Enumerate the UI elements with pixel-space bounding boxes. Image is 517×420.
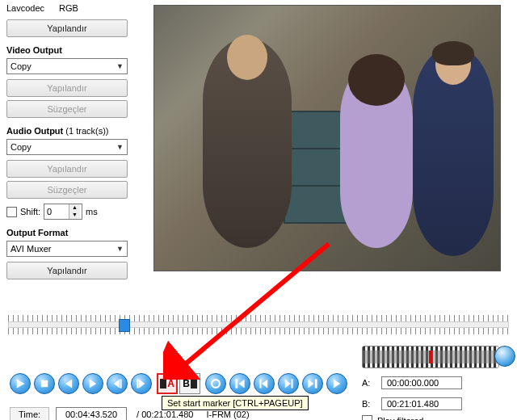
audio-shift-checkbox[interactable] <box>6 207 17 217</box>
set-marker-a-button[interactable]: A <box>157 373 178 394</box>
marker-b-label: B: <box>362 399 373 409</box>
video-codec-select[interactable]: Copy ▼ <box>6 58 128 74</box>
audio-shift-spinner[interactable]: ▲▼ <box>44 204 82 220</box>
svg-marker-3 <box>90 379 96 388</box>
prev-chunk-button[interactable] <box>58 373 79 394</box>
video-preview <box>153 5 501 271</box>
play-filtered-checkbox[interactable] <box>362 415 372 420</box>
audio-filters-button[interactable]: Süzgeçler <box>6 181 128 199</box>
output-configure-button[interactable]: Yapılandır <box>6 262 128 279</box>
svg-rect-9 <box>235 379 237 388</box>
colorspace-name: RGB <box>59 3 78 13</box>
preview-lens-button[interactable] <box>494 346 515 367</box>
video-filters-button[interactable]: Süzgeçler <box>6 100 128 118</box>
navigation-strip[interactable] <box>362 346 499 368</box>
spin-down-icon[interactable]: ▼ <box>69 212 80 219</box>
time-label: Time: <box>10 407 49 420</box>
next-chunk-button[interactable] <box>82 373 103 394</box>
svg-rect-12 <box>259 379 261 388</box>
chevron-down-icon: ▼ <box>116 62 124 70</box>
prev-keyframe-button[interactable] <box>205 373 226 394</box>
time-total: / 00:21:01.480 <box>133 408 196 420</box>
chevron-down-icon: ▼ <box>116 143 124 151</box>
goto-marker-b-button[interactable] <box>278 373 299 394</box>
video-output-title: Video Output <box>6 45 142 55</box>
frame-type: I-FRM (02) <box>203 408 252 420</box>
svg-marker-10 <box>239 379 245 388</box>
chevron-down-icon: ▼ <box>116 245 124 253</box>
audio-codec-select[interactable]: Copy ▼ <box>6 139 128 155</box>
svg-marker-11 <box>262 379 267 388</box>
prev-frame-button[interactable] <box>107 373 128 394</box>
decoder-configure-button[interactable]: Yapılandır <box>6 19 128 37</box>
next-black-frame-button[interactable] <box>302 373 323 394</box>
play-button[interactable] <box>10 373 31 394</box>
svg-marker-4 <box>114 379 120 388</box>
video-configure-button[interactable]: Yapılandır <box>6 79 128 97</box>
decoder-name: Lavcodec <box>6 3 44 13</box>
svg-point-8 <box>212 380 220 388</box>
next-frame-button[interactable] <box>131 373 152 394</box>
svg-marker-17 <box>334 379 340 388</box>
audio-tracks-count: (1 track(s)) <box>65 126 108 136</box>
marker-a-value[interactable]: 00:00:00.000 <box>381 376 462 389</box>
time-current-input[interactable]: 00:04:43.520 <box>56 407 127 420</box>
svg-rect-16 <box>315 379 317 388</box>
video-codec-value: Copy <box>11 61 32 71</box>
svg-marker-14 <box>285 379 291 388</box>
svg-marker-0 <box>17 379 25 388</box>
marker-a-label: A: <box>362 378 373 388</box>
audio-shift-input[interactable] <box>44 206 69 217</box>
prev-black-frame-button[interactable] <box>229 373 250 394</box>
audio-shift-unit: ms <box>86 207 98 216</box>
next-keyframe-button[interactable] <box>326 373 347 394</box>
marker-bar-icon <box>160 379 166 388</box>
audio-shift-label: Shift: <box>20 207 40 216</box>
svg-rect-1 <box>41 380 48 387</box>
marker-a-letter: A <box>167 378 174 389</box>
goto-marker-a-button[interactable] <box>254 373 275 394</box>
svg-rect-5 <box>120 379 122 388</box>
output-format-title: Output Format <box>6 228 142 237</box>
marker-bar-icon <box>191 379 197 388</box>
marker-b-letter: B <box>183 378 190 389</box>
svg-marker-2 <box>65 379 72 388</box>
set-marker-b-button[interactable]: B <box>179 373 200 394</box>
audio-configure-button[interactable]: Yapılandır <box>6 160 128 178</box>
audio-output-title: Audio Output <box>6 126 63 136</box>
svg-marker-7 <box>139 379 145 388</box>
timeline[interactable] <box>8 315 509 339</box>
timeline-thumb[interactable] <box>119 319 130 332</box>
stop-button[interactable] <box>34 373 55 394</box>
svg-rect-6 <box>137 379 138 388</box>
svg-rect-13 <box>292 379 293 388</box>
output-muxer-select[interactable]: AVI Muxer ▼ <box>6 241 128 257</box>
svg-marker-15 <box>308 379 313 388</box>
play-filtered-label: Play filtered <box>377 416 423 421</box>
spin-up-icon[interactable]: ▲ <box>69 204 80 212</box>
output-muxer-value: AVI Muxer <box>11 244 52 254</box>
audio-codec-value: Copy <box>11 142 32 152</box>
marker-b-value[interactable]: 00:21:01.480 <box>381 397 462 410</box>
